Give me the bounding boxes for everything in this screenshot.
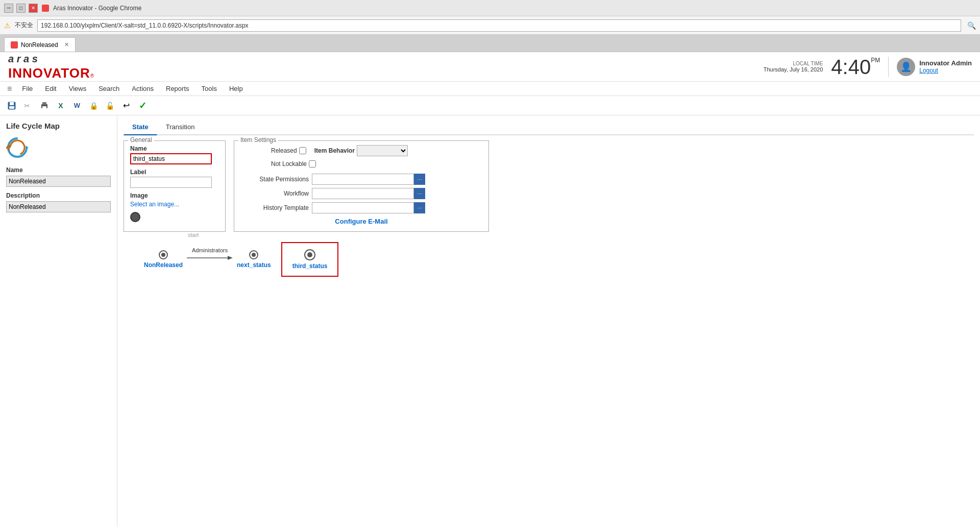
label-row: Label: [130, 169, 219, 188]
user-info: 👤 Innovator Admin Logout: [897, 58, 972, 76]
menu-item-help[interactable]: Help: [224, 83, 248, 94]
logo: a r a s INNOVATOR®: [8, 52, 94, 81]
menu-item-views[interactable]: Views: [64, 83, 91, 94]
general-legend: General: [128, 136, 154, 143]
arrow-container: Administrators: [187, 247, 233, 261]
state-permissions-label: State Permissions: [240, 176, 312, 183]
sidebar-title: Life Cycle Map: [6, 122, 111, 130]
tab-label: NonReleased: [21, 41, 58, 49]
configure-email-link[interactable]: Configure E-Mail: [240, 218, 482, 225]
top-settings-row: Released Item Behavior: [240, 145, 482, 156]
general-fieldset: General Name Label Image Select an image…: [124, 140, 226, 232]
name-input[interactable]: [130, 153, 212, 164]
menu-item-search[interactable]: Search: [93, 83, 125, 94]
user-details: Innovator Admin Logout: [919, 59, 972, 74]
sidebar: Life Cycle Map Name Description: [0, 115, 117, 527]
description-field-input[interactable]: [6, 201, 111, 212]
nonreleased-circle: [159, 250, 168, 259]
date-text: Thursday, July 16, 2020: [764, 66, 823, 73]
state-permissions-input[interactable]: [312, 174, 414, 185]
tab-state[interactable]: State: [124, 119, 157, 135]
tab-transition[interactable]: Transition: [157, 119, 204, 134]
clock-display: 4:40 PM: [831, 57, 880, 77]
state-permissions-btn[interactable]: ⋯: [414, 174, 425, 185]
panel-tabs: State Transition: [124, 119, 974, 135]
arrow-svg: [187, 254, 233, 261]
security-warning-icon: ⚠: [4, 21, 11, 30]
browser-controls: ─ □ ✕: [4, 4, 38, 13]
history-template-btn[interactable]: ⋯: [414, 202, 425, 213]
nonreleased-label: NonReleased: [144, 261, 183, 269]
browser-title: Aras Innovator - Google Chrome: [53, 5, 141, 12]
image-label: Image: [130, 192, 219, 199]
name-row: Name: [130, 145, 219, 164]
print-button[interactable]: [37, 99, 52, 113]
arrow-label: Administrators: [192, 247, 228, 253]
history-template-input[interactable]: [312, 202, 414, 213]
local-time-block: LOCAL TIME Thursday, July 16, 2020: [764, 61, 823, 73]
tab-close-btn[interactable]: ✕: [64, 41, 69, 48]
close-btn[interactable]: ✕: [29, 4, 38, 13]
item-settings-fieldset: Item Settings Released Item Behavior: [234, 140, 489, 232]
third-status-circle: [304, 249, 315, 260]
workflow-label: Workflow: [240, 190, 312, 197]
label-input[interactable]: [130, 177, 212, 188]
hamburger-btn[interactable]: ≡: [4, 84, 15, 93]
user-name-text: Innovator Admin: [919, 59, 972, 67]
excel-button[interactable]: X: [53, 99, 68, 113]
tab-favicon: [11, 41, 18, 49]
svg-rect-6: [42, 102, 46, 105]
maximize-btn[interactable]: □: [16, 4, 26, 13]
svg-marker-12: [228, 256, 233, 260]
name-label: Name: [130, 145, 219, 152]
third-status-circle-inner: [307, 252, 312, 257]
released-row: Released: [271, 147, 306, 154]
next-status-circle-inner: [252, 253, 256, 257]
name-field-label: Name: [6, 166, 111, 174]
state-permissions-row: State Permissions ⋯: [240, 174, 482, 185]
right-panel: State Transition General Name Label Imag…: [117, 115, 980, 527]
not-lockable-checkbox[interactable]: [309, 160, 316, 167]
start-label: start: [188, 232, 199, 238]
workflow-btn[interactable]: ⋯: [414, 188, 425, 199]
menu-item-reports[interactable]: Reports: [161, 83, 194, 94]
next-status-node[interactable]: next_status: [237, 250, 271, 269]
workflow-input[interactable]: [312, 188, 414, 199]
third-status-label: third_status: [292, 262, 328, 270]
workflow-row: Workflow ⋯: [240, 188, 482, 199]
clock-time: 4:40: [831, 57, 871, 77]
save-button[interactable]: [4, 99, 19, 113]
menu-item-edit[interactable]: Edit: [40, 83, 61, 94]
menu-item-actions[interactable]: Actions: [127, 83, 159, 94]
address-bar-input[interactable]: [37, 19, 961, 32]
tab-bar: NonReleased ✕: [0, 35, 980, 52]
minimize-btn[interactable]: ─: [4, 4, 13, 13]
form-sections: General Name Label Image Select an image…: [124, 140, 974, 232]
logo-innovator-text: INNOVATOR: [8, 65, 90, 81]
browser-tab-nonreleased[interactable]: NonReleased ✕: [4, 37, 76, 52]
select-image-link[interactable]: Select an image...: [130, 201, 179, 208]
word-button[interactable]: W: [69, 99, 85, 113]
unlock-button[interactable]: 🔓: [102, 99, 117, 113]
nonreleased-node[interactable]: NonReleased: [144, 250, 183, 269]
menu-bar: ≡ File Edit Views Search Actions Reports…: [0, 82, 980, 96]
state-circle-icon: [130, 212, 140, 222]
item-behavior-select[interactable]: [357, 145, 408, 156]
diagram-nodes: start NonReleased Administrators: [144, 242, 953, 277]
name-field-input[interactable]: [6, 176, 111, 187]
apply-button[interactable]: ✓: [135, 99, 150, 113]
toolbar: ✂ X W 🔒 🔓 ↩ ✓: [0, 96, 980, 115]
menu-item-tools[interactable]: Tools: [197, 83, 222, 94]
next-status-label: next_status: [237, 261, 271, 269]
menu-item-file[interactable]: File: [17, 83, 38, 94]
released-checkbox[interactable]: [299, 147, 306, 154]
logout-link[interactable]: Logout: [919, 67, 972, 74]
logo-aras-text: a r a s: [8, 52, 38, 65]
clock-ampm: PM: [871, 57, 880, 64]
lock-button[interactable]: 🔒: [86, 99, 101, 113]
history-template-row: History Template ⋯: [240, 202, 482, 213]
browser-favicon: [42, 5, 49, 12]
undo-button[interactable]: ↩: [118, 99, 134, 113]
app-header: a r a s INNOVATOR® LOCAL TIME Thursday, …: [0, 52, 980, 82]
third-status-box[interactable]: third_status: [281, 242, 339, 277]
